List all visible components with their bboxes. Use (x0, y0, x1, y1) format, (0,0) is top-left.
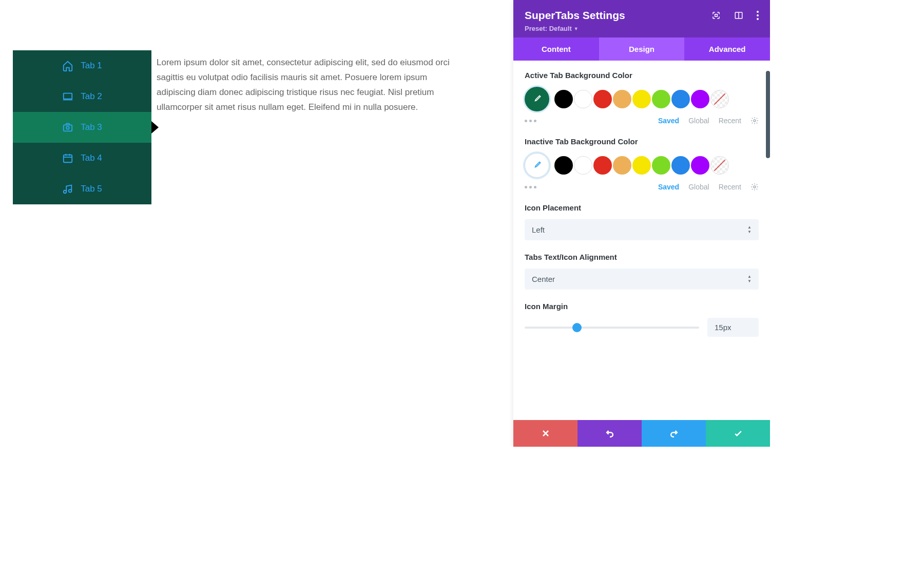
color-row-active (525, 87, 759, 111)
panel-footer (513, 420, 770, 447)
color-tabs-inactive: Saved Global Recent (525, 183, 759, 191)
tab-item-5[interactable]: Tab 5 (13, 174, 151, 204)
swatch-white[interactable] (574, 90, 592, 108)
eyedropper-icon (532, 160, 542, 170)
laptop-icon (62, 91, 73, 102)
preset-selector[interactable]: Preset: Default ▼ (525, 25, 759, 32)
label-tabs-align: Tabs Text/Icon Alignment (525, 253, 759, 261)
chevron-down-icon: ▼ (574, 26, 579, 31)
columns-icon[interactable] (734, 11, 743, 20)
tab-list: Tab 1 Tab 2 Tab 3 Tab 4 Tab 5 (13, 50, 151, 204)
label-active-bg: Active Tab Background Color (525, 71, 759, 80)
slider-thumb[interactable] (572, 323, 582, 332)
swatch-orange[interactable] (613, 90, 631, 108)
svg-rect-6 (715, 14, 718, 17)
settings-panel: SuperTabs Settings Preset: Default ▼ Con… (513, 0, 770, 447)
expand-icon[interactable] (711, 11, 721, 20)
svg-rect-3 (64, 155, 72, 163)
swatch-blue[interactable] (671, 156, 690, 175)
scrollbar-thumb[interactable] (766, 71, 770, 158)
more-swatch-icon[interactable] (525, 186, 536, 188)
slider-value-input[interactable]: 15px (707, 318, 759, 337)
swatch-black[interactable] (554, 156, 573, 175)
undo-button[interactable] (578, 420, 642, 447)
tab-label: Tab 5 (81, 184, 102, 194)
swatch-transparent[interactable] (710, 90, 729, 108)
slider-icon-margin: 15px (525, 318, 759, 337)
redo-icon (669, 428, 679, 438)
sort-icon: ▲▼ (747, 275, 752, 283)
panel-body: Active Tab Background Color Saved Global… (513, 61, 770, 420)
cancel-button[interactable] (513, 420, 578, 447)
svg-rect-1 (64, 125, 72, 131)
panel-header: SuperTabs Settings Preset: Default ▼ (513, 0, 770, 37)
panel-tabs: Content Design Advanced (513, 37, 770, 61)
label-inactive-bg: Inactive Tab Background Color (525, 137, 643, 146)
sort-icon: ▲▼ (747, 225, 752, 234)
gear-icon[interactable] (750, 117, 759, 125)
swatch-yellow[interactable] (632, 156, 651, 175)
eyedropper-icon (532, 94, 542, 104)
svg-point-8 (754, 120, 756, 122)
slider-track[interactable] (525, 327, 699, 329)
color-picker-active[interactable] (525, 87, 549, 111)
tab-advanced[interactable]: Advanced (684, 37, 770, 61)
music-icon (62, 183, 73, 195)
svg-point-9 (754, 186, 756, 188)
gear-icon[interactable] (750, 183, 759, 191)
more-swatch-icon[interactable] (525, 120, 536, 122)
swatch-black[interactable] (554, 90, 573, 108)
tabs-module: Tab 1 Tab 2 Tab 3 Tab 4 Tab 5 Lorem ipsu… (0, 50, 452, 204)
swatch-green[interactable] (652, 90, 670, 108)
preview-area: Tab 1 Tab 2 Tab 3 Tab 4 Tab 5 Lorem ipsu… (0, 0, 452, 204)
home-icon (62, 60, 73, 71)
tab-label: Tab 2 (81, 91, 102, 102)
swatch-red[interactable] (593, 90, 612, 108)
swatch-purple[interactable] (691, 90, 709, 108)
more-icon[interactable] (757, 11, 759, 20)
save-button[interactable] (706, 420, 770, 447)
swatch-purple[interactable] (691, 156, 709, 175)
close-icon (541, 428, 551, 438)
label-icon-margin: Icon Margin (525, 302, 759, 311)
tab-item-3[interactable]: Tab 3 (13, 112, 151, 143)
color-row-inactive (525, 153, 759, 178)
select-tabs-align[interactable]: Center ▲▼ (525, 269, 759, 290)
tab-label: Tab 1 (81, 61, 102, 71)
color-tabs-active: Saved Global Recent (525, 117, 759, 125)
undo-icon (605, 428, 615, 438)
color-tab-recent[interactable]: Recent (719, 183, 741, 191)
tab-item-2[interactable]: Tab 2 (13, 81, 151, 112)
tab-content: Lorem ipsum dolor sit amet, consectetur … (151, 50, 452, 204)
swatch-blue[interactable] (671, 90, 690, 108)
tab-design[interactable]: Design (599, 37, 685, 61)
tab-content-settings[interactable]: Content (513, 37, 599, 61)
label-icon-placement: Icon Placement (525, 203, 759, 212)
camera-icon (62, 122, 73, 133)
color-tab-global[interactable]: Global (688, 117, 709, 125)
color-tab-saved[interactable]: Saved (658, 117, 679, 125)
swatch-transparent[interactable] (710, 156, 729, 175)
swatch-white[interactable] (574, 156, 592, 175)
color-tab-recent[interactable]: Recent (719, 117, 741, 125)
tab-label: Tab 4 (81, 153, 102, 163)
check-icon (733, 428, 743, 438)
select-value: Left (532, 225, 545, 234)
svg-point-2 (66, 126, 69, 129)
tab-item-1[interactable]: Tab 1 (13, 50, 151, 81)
swatch-orange[interactable] (613, 156, 631, 175)
redo-button[interactable] (642, 420, 706, 447)
select-value: Center (532, 275, 555, 283)
panel-title: SuperTabs Settings (525, 9, 625, 22)
color-tab-saved[interactable]: Saved (658, 183, 679, 191)
calendar-icon (62, 152, 73, 164)
tab-item-4[interactable]: Tab 4 (13, 143, 151, 174)
color-tab-global[interactable]: Global (688, 183, 709, 191)
swatch-yellow[interactable] (632, 90, 651, 108)
swatch-green[interactable] (652, 156, 670, 175)
color-picker-inactive[interactable] (525, 153, 549, 178)
preset-label: Preset: Default (525, 25, 572, 32)
tab-label: Tab 3 (81, 122, 102, 132)
swatch-red[interactable] (593, 156, 612, 175)
select-icon-placement[interactable]: Left ▲▼ (525, 219, 759, 240)
